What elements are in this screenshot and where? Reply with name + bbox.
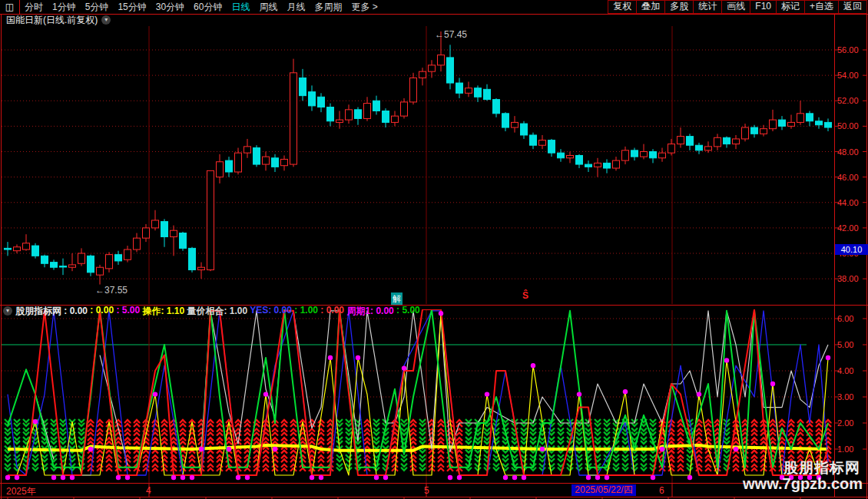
date-label-3: 5 [424, 485, 429, 496]
period-tabs: 分时1分钟5分钟15分钟30分钟60分钟日线周线月线多周期更多 > [20, 0, 383, 14]
watermark-url: www.7gpzb.com [743, 475, 863, 493]
toolbar-button-6[interactable]: F10 [750, 0, 777, 14]
titlebar: 国能日新(日线.前复权) ▾ [6, 15, 111, 25]
toolbar-button-1[interactable]: 复权 [608, 0, 637, 14]
indicator-value-6: YES: 0.00 [247, 305, 292, 318]
period-tab-7[interactable]: 日线 [227, 0, 254, 14]
toolbar-button-7[interactable]: 标记 [776, 0, 805, 14]
toolbar-button-4[interactable]: 统计 [693, 0, 722, 14]
toolbar-button-9[interactable]: 返回 [838, 0, 867, 14]
low-price-annotation: ←37.55 [95, 285, 128, 296]
indicator-value-4: 操作: 1.10 [140, 305, 184, 318]
price-axis-label: 38.00 [837, 274, 859, 283]
toolbar-buttons: 复权叠加多股统计画线F10标记+自选返回 [608, 0, 867, 14]
period-tab-11[interactable]: 更多 > [346, 0, 382, 14]
period-tab-3[interactable]: 5分钟 [81, 0, 114, 14]
top-toolbar: ◫ 分时1分钟5分钟15分钟30分钟60分钟日线周线月线多周期更多 > 复权叠加… [0, 0, 867, 15]
jie-indicator-badge: 解 [391, 292, 403, 305]
period-tab-9[interactable]: 月线 [282, 0, 310, 14]
price-axis-label: 46.00 [837, 173, 859, 182]
window-layout-icon: ◫ [5, 2, 14, 12]
date-label-2: 4 [146, 485, 151, 496]
indicator-axis-label: 2.00 [837, 418, 853, 428]
price-axis-label: 54.00 [837, 71, 859, 80]
indicator-value-5: 量价相合: 1.00 [184, 305, 247, 318]
price-axis-label: 52.00 [837, 96, 859, 105]
indicator-chevron-down-icon[interactable]: ▾ [3, 306, 12, 316]
indicator-value-9: 周期1: 0.00 [344, 305, 394, 318]
period-tab-6[interactable]: 60分钟 [189, 0, 227, 14]
price-axis-highlight: 40.10 [835, 244, 868, 255]
indicator-values: 股朋指标网 : 0.00 : 0.00 : 5.00 操作: 1.10 量价相合… [15, 305, 420, 318]
date-axis-highlight: 2025/05/22/四 [571, 484, 636, 496]
indicator-axis-label: 4.00 [837, 366, 853, 375]
sell-signal-marker: Ŝ [522, 290, 528, 301]
period-tab-4[interactable]: 15分钟 [113, 0, 151, 14]
toolbar-button-2[interactable]: 叠加 [636, 0, 665, 14]
price-axis-label: 50.00 [837, 121, 859, 131]
period-tab-10[interactable]: 多周期 [310, 0, 346, 14]
indicator-value-8: : 0.00 [318, 305, 344, 318]
period-tab-1[interactable]: 分时 [20, 0, 48, 14]
indicator-value-7: : 1.00 [292, 305, 318, 318]
indicator-value-2: : 0.00 [88, 305, 114, 318]
indicator-axis-label: 6.00 [837, 314, 853, 323]
period-tab-5[interactable]: 30分钟 [151, 0, 189, 14]
period-tab-8[interactable]: 周线 [254, 0, 282, 14]
indicator-value-1: 股朋指标网 : 0.00 [15, 305, 88, 318]
toolbar-button-5[interactable]: 画线 [721, 0, 750, 14]
chart-canvas: 56.0054.0052.0050.0048.0046.0044.0042.00… [0, 0, 868, 499]
indicator-axis-label: 5.00 [837, 340, 853, 349]
indicator-axis-label: 1.00 [837, 444, 853, 454]
indicator-header: ▾ 股朋指标网 : 0.00 : 0.00 : 5.00 操作: 1.10 量价… [3, 306, 420, 316]
indicator-value-3: : 5.00 [114, 305, 140, 318]
date-label-4: 6 [659, 485, 664, 496]
high-price-annotation: ←57.45 [435, 29, 467, 40]
indicator-value-10: : 5.00 [394, 305, 420, 318]
indicator-axis-label: 3.00 [837, 392, 853, 402]
window-layout-button[interactable]: ◫ [0, 0, 20, 14]
price-axis-label: 56.00 [837, 45, 859, 55]
stock-title: 国能日新(日线.前复权) [6, 14, 98, 27]
price-axis-label: 44.00 [837, 198, 859, 207]
date-label-1: 2025年 [6, 485, 36, 498]
toolbar-button-8[interactable]: +自选 [804, 0, 839, 14]
toolbar-button-3[interactable]: 多股 [664, 0, 694, 14]
title-chevron-down-icon[interactable]: ▾ [101, 15, 111, 25]
price-axis-label: 42.00 [837, 223, 859, 233]
price-axis-label: 48.00 [837, 147, 859, 157]
period-tab-2[interactable]: 1分钟 [48, 0, 81, 14]
